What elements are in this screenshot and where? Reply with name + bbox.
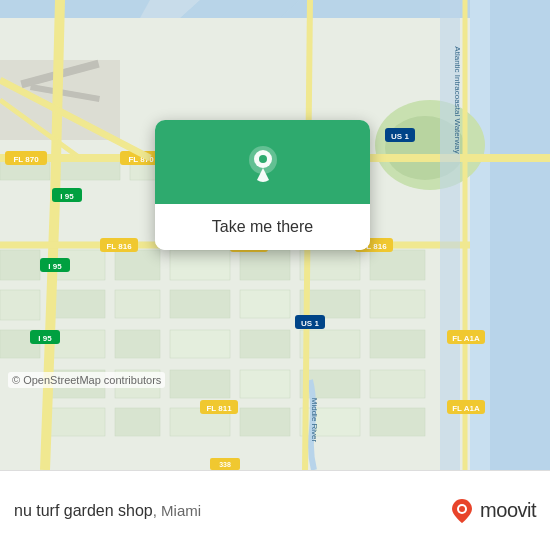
moovit-text: moovit xyxy=(480,499,536,522)
svg-rect-21 xyxy=(115,290,160,318)
place-city: , Miami xyxy=(153,502,201,519)
popup-card: Take me there xyxy=(155,120,370,250)
svg-rect-30 xyxy=(240,330,290,358)
svg-rect-42 xyxy=(240,408,290,436)
svg-point-81 xyxy=(259,155,267,163)
place-info: nu turf garden shop, Miami xyxy=(14,502,201,520)
svg-rect-19 xyxy=(0,290,40,320)
svg-text:FL 816: FL 816 xyxy=(106,242,132,251)
moovit-logo: moovit xyxy=(448,497,536,525)
svg-rect-28 xyxy=(115,330,160,358)
svg-text:Atlantic Intracoastal Waterway: Atlantic Intracoastal Waterway xyxy=(453,46,462,153)
svg-rect-40 xyxy=(115,408,160,436)
svg-text:338: 338 xyxy=(219,461,231,468)
svg-rect-29 xyxy=(170,330,230,358)
svg-rect-38 xyxy=(370,370,425,398)
moovit-pin-icon xyxy=(448,497,476,525)
location-pin-icon xyxy=(241,142,285,186)
svg-rect-36 xyxy=(240,370,290,398)
svg-text:I 95: I 95 xyxy=(60,192,74,201)
svg-text:I 95: I 95 xyxy=(48,262,62,271)
svg-rect-20 xyxy=(50,290,105,318)
map-container: FL 870 FL 870 I 95 I 95 I 95 FL 816 FL 8… xyxy=(0,0,550,470)
svg-rect-25 xyxy=(370,290,425,318)
svg-text:FL A1A: FL A1A xyxy=(452,334,480,343)
popup-green-header xyxy=(155,120,370,204)
svg-text:FL 811: FL 811 xyxy=(206,404,232,413)
svg-text:I 95: I 95 xyxy=(38,334,52,343)
svg-rect-15 xyxy=(170,250,230,280)
svg-text:US 1: US 1 xyxy=(301,319,319,328)
svg-rect-35 xyxy=(170,370,230,398)
svg-text:FL 870: FL 870 xyxy=(13,155,39,164)
svg-rect-23 xyxy=(240,290,290,318)
svg-rect-32 xyxy=(370,330,425,358)
place-name: nu turf garden shop xyxy=(14,502,153,519)
svg-rect-22 xyxy=(170,290,230,318)
svg-text:US 1: US 1 xyxy=(391,132,409,141)
svg-text:FL A1A: FL A1A xyxy=(452,404,480,413)
svg-point-83 xyxy=(459,506,465,512)
svg-rect-16 xyxy=(240,250,290,280)
svg-rect-44 xyxy=(370,408,425,436)
svg-rect-39 xyxy=(50,408,105,436)
map-attribution: © OpenStreetMap contributors xyxy=(8,372,165,388)
svg-rect-18 xyxy=(370,250,425,280)
svg-rect-12 xyxy=(0,250,40,280)
bottom-bar: nu turf garden shop, Miami moovit xyxy=(0,470,550,550)
svg-text:Middle River: Middle River xyxy=(310,398,319,443)
take-me-there-button[interactable]: Take me there xyxy=(155,204,370,250)
svg-rect-3 xyxy=(490,0,550,470)
svg-rect-14 xyxy=(115,250,160,280)
